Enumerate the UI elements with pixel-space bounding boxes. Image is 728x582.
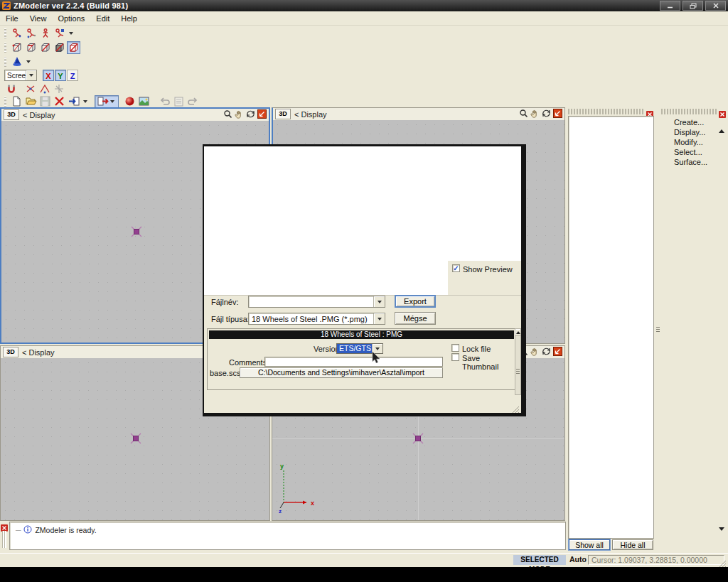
version-value[interactable]: ETS/GTS xyxy=(337,344,372,353)
undo-icon[interactable] xyxy=(158,95,171,108)
dialog-resize-grip-icon[interactable] xyxy=(511,404,520,413)
history-log-icon[interactable] xyxy=(172,95,186,108)
orbit-icon[interactable] xyxy=(246,109,255,122)
toolbar-grip[interactable] xyxy=(4,97,6,107)
snap-edge-icon[interactable] xyxy=(38,82,51,95)
title-bar[interactable]: ZModeler ver 2.2.4 (Build 981) xyxy=(0,0,728,11)
restore-button[interactable] xyxy=(682,1,703,11)
base-scs-path-button[interactable]: C:\Documents and Settings\imihaver\Aszta… xyxy=(240,367,443,378)
show-all-button[interactable]: Show all xyxy=(569,539,610,550)
viewport-type-button[interactable]: 3D xyxy=(4,109,19,120)
toolbar-grip[interactable] xyxy=(4,43,6,53)
filetype-dropdown-icon[interactable] xyxy=(373,313,385,324)
resize-grip-icon[interactable] xyxy=(719,558,727,571)
lock-file-checkbox[interactable] xyxy=(451,344,459,352)
skeleton-tool-icon-1[interactable] xyxy=(10,27,23,40)
level-edges-icon[interactable] xyxy=(24,41,38,54)
maximize-viewport-icon[interactable] xyxy=(257,109,267,122)
viewport-type-button[interactable]: 3D xyxy=(3,347,18,357)
axis-y-toggle[interactable]: Y xyxy=(55,70,66,81)
selected-vertex-marker[interactable] xyxy=(130,433,141,447)
toolbar-grip[interactable] xyxy=(4,57,6,67)
filename-combobox[interactable] xyxy=(248,296,385,308)
command-create[interactable]: Create... xyxy=(660,117,719,127)
command-display[interactable]: Display... xyxy=(660,127,719,137)
viewport-view-selector[interactable]: < Display xyxy=(23,111,55,119)
orbit-icon[interactable] xyxy=(542,346,551,359)
import-icon[interactable] xyxy=(67,95,80,108)
maximize-viewport-icon[interactable] xyxy=(553,346,562,359)
skeleton-tools-dropdown-icon[interactable] xyxy=(69,32,73,35)
maximize-viewport-icon[interactable] xyxy=(553,108,562,121)
skeleton-tool-icon-3[interactable] xyxy=(38,27,52,40)
pan-hand-icon[interactable] xyxy=(530,346,540,359)
scroll-up-icon[interactable] xyxy=(719,117,724,130)
minimize-button[interactable] xyxy=(660,1,680,11)
level-objects-icon[interactable] xyxy=(67,41,80,54)
panel-drag-grip[interactable] xyxy=(661,109,717,114)
save-file-icon[interactable] xyxy=(38,95,52,108)
axis-z-toggle[interactable]: Z xyxy=(67,70,78,81)
viewport-view-selector[interactable]: < Display xyxy=(294,110,327,119)
export-button-pressed[interactable] xyxy=(95,95,119,108)
scroll-down-icon[interactable] xyxy=(719,531,724,544)
menu-view[interactable]: View xyxy=(24,13,53,24)
menu-options[interactable]: Options xyxy=(52,13,90,24)
log-drag-grip[interactable] xyxy=(2,531,6,548)
panel-drag-grip[interactable] xyxy=(568,109,645,114)
zoom-icon[interactable] xyxy=(223,109,232,122)
close-log-icon[interactable] xyxy=(1,522,8,529)
level-polygons-icon[interactable] xyxy=(38,41,52,54)
filename-dropdown-icon[interactable] xyxy=(373,296,385,307)
show-preview-checkbox[interactable]: ✓ xyxy=(452,264,460,272)
new-file-icon[interactable] xyxy=(10,95,23,108)
texture-browser-icon[interactable] xyxy=(137,95,151,108)
open-file-icon[interactable] xyxy=(24,95,38,108)
close-panel-icon[interactable] xyxy=(646,108,653,115)
scrollbar-thumb-grip[interactable] xyxy=(516,369,520,375)
menu-help[interactable]: Help xyxy=(115,13,143,24)
command-surface[interactable]: Surface... xyxy=(660,157,719,167)
orbit-icon[interactable] xyxy=(542,108,551,121)
menu-edit[interactable]: Edit xyxy=(90,13,115,24)
snap-grid-icon[interactable] xyxy=(52,82,65,95)
menu-file[interactable]: File xyxy=(0,13,24,24)
skeleton-tool-icon-2[interactable] xyxy=(24,27,38,40)
toolbar-grip[interactable] xyxy=(4,28,6,38)
hide-all-button[interactable]: Hide all xyxy=(612,539,653,550)
cancel-button[interactable]: Mégse xyxy=(395,312,436,325)
filetype-value[interactable]: 18 Wheels of Steel .PMG (*.pmg) xyxy=(249,315,373,323)
viewport-view-selector[interactable]: < Display xyxy=(22,348,55,357)
skeleton-tool-icon-4[interactable] xyxy=(53,27,66,40)
command-modify[interactable]: Modify... xyxy=(660,137,719,147)
magnet-snap-icon[interactable] xyxy=(4,82,18,95)
primitive-cone-icon[interactable] xyxy=(10,55,23,68)
scene-tree[interactable] xyxy=(568,116,654,539)
redo-icon[interactable] xyxy=(186,95,200,108)
level-vertices-icon[interactable] xyxy=(10,41,23,54)
close-button[interactable] xyxy=(705,1,726,11)
close-panel-icon[interactable] xyxy=(719,108,726,115)
level-surfaces-icon[interactable] xyxy=(53,41,66,54)
pan-hand-icon[interactable] xyxy=(235,109,244,122)
log-panel[interactable]: ─ ZModeler is ready. xyxy=(9,522,566,550)
command-select[interactable]: Select... xyxy=(660,147,719,157)
space-selector-dropdown-icon[interactable] xyxy=(26,70,36,80)
snap-vertex-icon[interactable] xyxy=(23,82,37,95)
space-selector[interactable]: Screen xyxy=(4,70,37,81)
viewport-type-button[interactable]: 3D xyxy=(275,109,291,119)
save-thumbnail-checkbox[interactable] xyxy=(451,353,459,361)
selected-vertex-marker[interactable] xyxy=(131,226,142,240)
axis-x-toggle[interactable]: X xyxy=(43,70,54,81)
dialog-scrollbar[interactable] xyxy=(515,328,521,395)
selected-vertex-marker[interactable] xyxy=(412,433,424,447)
export-confirm-button[interactable]: Export xyxy=(395,295,436,308)
scrollbar-up-icon[interactable] xyxy=(515,329,520,336)
comments-input[interactable] xyxy=(264,357,443,367)
pan-hand-icon[interactable] xyxy=(530,108,540,121)
delete-icon[interactable] xyxy=(53,95,66,108)
filetype-combobox[interactable]: 18 Wheels of Steel .PMG (*.pmg) xyxy=(248,313,385,325)
import-dropdown-icon[interactable] xyxy=(83,100,87,103)
zoom-icon[interactable] xyxy=(519,108,528,121)
primitives-dropdown-icon[interactable] xyxy=(26,60,31,63)
